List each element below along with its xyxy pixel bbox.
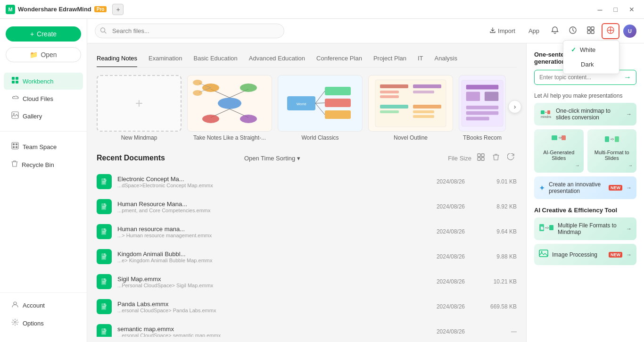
multi-arrow-icon: → [626, 225, 632, 232]
template-new-mindmap[interactable]: + New Mindmap [97, 75, 182, 141]
tab-conference-plan[interactable]: Conference Plan [316, 51, 362, 67]
open-button[interactable]: 📁 Open [6, 47, 81, 62]
tab-project-plan[interactable]: Project Plan [373, 51, 406, 67]
refresh-button[interactable] [505, 152, 517, 164]
new-tab-button[interactable]: + [112, 4, 124, 15]
doc-path-4: ...e> Kingdom Animali Bubble Map.emmx [117, 258, 418, 263]
ai-image-proc-card[interactable]: Image Processing NEW → [534, 244, 636, 265]
sidebar-cloud-label: Cloud Files [23, 95, 53, 102]
window-controls: – □ ✕ [594, 3, 638, 16]
maximize-button[interactable]: □ [610, 4, 621, 15]
svg-rect-55 [466, 92, 480, 101]
sidebar-item-cloud-files[interactable]: Cloud Files [4, 91, 83, 107]
doc-icon-4 [97, 249, 112, 264]
doc-path-3: ...> Human resource management.emmx [117, 233, 418, 238]
doc-date-3: 2024/08/26 [437, 228, 465, 235]
doc-item-4[interactable]: Kingdom Animali Bubbl... ...e> Kingdom A… [97, 244, 517, 269]
doc-item-7[interactable]: semantic map.emmx ...ersonal CloudSpace>… [97, 319, 517, 337]
doc-info-5: Sigil Map.emmx ...Personal CloudSpace> S… [117, 275, 418, 288]
close-button[interactable]: ✕ [625, 4, 638, 15]
grid-button[interactable] [584, 23, 598, 39]
theme-dropdown-container: ✓ White Dark [602, 23, 619, 39]
theme-white-option[interactable]: ✓ White [563, 42, 619, 57]
svg-rect-63 [481, 158, 484, 160]
doc-item-1[interactable]: Electronic Concept Ma... ...dSpace>Elect… [97, 169, 517, 194]
ai-multi-mindmap-card[interactable]: 📄 Multiple File Formats to Mindmap → [534, 217, 636, 240]
novel-outline-thumb [368, 75, 453, 132]
doc-icon-3 [97, 224, 112, 239]
sidebar-item-options[interactable]: Options [4, 315, 83, 332]
ai-multi-format-card[interactable]: Multi-Format to Slides → [587, 129, 637, 173]
cloud-icon [11, 94, 19, 103]
svg-rect-8 [16, 143, 17, 145]
doc-item-6[interactable]: Panda Labs.emmx ...ersonal CloudSpace> P… [97, 294, 517, 319]
doc-info-3: Human resource mana... ...> Human resour… [117, 225, 418, 238]
svg-rect-58 [466, 111, 499, 115]
avatar[interactable]: U [623, 25, 636, 38]
sort-label: Open Time Sorting [244, 155, 295, 162]
notification-button[interactable] [548, 23, 562, 39]
template-tbooks[interactable]: TBooks Recom [459, 75, 506, 141]
svg-text:mindmap→slides: mindmap→slides [541, 115, 551, 119]
theme-button[interactable] [602, 23, 619, 39]
import-button[interactable]: Import [485, 24, 520, 38]
minimize-button[interactable]: – [594, 3, 606, 16]
theme-white-label: White [580, 46, 595, 53]
ai-topic-input[interactable] [539, 74, 624, 81]
tab-it[interactable]: IT [418, 51, 423, 67]
svg-rect-60 [478, 154, 480, 157]
ai-generated-slides-card[interactable]: AI-Generated Slides → [534, 129, 584, 173]
create-arrow-icon: → [626, 184, 632, 191]
grid-view-button[interactable] [475, 152, 487, 164]
tab-reading-notes[interactable]: Reading Notes [97, 51, 137, 67]
svg-rect-45 [380, 95, 399, 98]
recycle-bin-icon [11, 160, 18, 169]
sidebar-item-workbench[interactable]: Workbench [4, 73, 83, 90]
delete-button[interactable] [490, 152, 502, 164]
top-bar: Import App [87, 19, 644, 43]
sidebar-item-team-space[interactable]: Team Space [4, 138, 83, 155]
doc-name-3: Human resource mana... [117, 225, 418, 233]
main-content: Reading Notes Examination Basic Educatio… [87, 43, 644, 342]
ai-card3-text: Multi-Format to Slides [591, 150, 633, 161]
search-icon [100, 27, 107, 35]
tab-examination[interactable]: Examination [149, 51, 182, 67]
template-take-notes[interactable]: Take Notes Like a Straight-... [187, 75, 272, 141]
doc-item-3[interactable]: Human resource mana... ...> Human resour… [97, 219, 517, 244]
sidebar-item-recycle-bin[interactable]: Recycle Bin [4, 156, 83, 173]
small-arrow-icon: → [575, 163, 580, 168]
options-icon [11, 318, 19, 328]
svg-rect-43 [380, 84, 408, 88]
create-button[interactable]: + Create [6, 26, 81, 42]
center-content: Reading Notes Examination Basic Educatio… [87, 43, 526, 342]
doc-info-1: Electronic Concept Ma... ...dSpace>Elect… [117, 175, 418, 188]
sidebar-item-account[interactable]: Account [4, 297, 83, 314]
svg-point-21 [218, 98, 241, 109]
templates-next-button[interactable]: › [508, 100, 521, 113]
app-button[interactable]: App [524, 25, 544, 37]
sidebar-item-workbench-label: Workbench [23, 78, 54, 85]
tab-advanced-education[interactable]: Advanced Education [249, 51, 305, 67]
sidebar-bottom: Account Options [0, 285, 87, 336]
doc-item-2[interactable]: Human Resource Mana... ...pment, and Cor… [97, 194, 517, 219]
ai-send-button[interactable]: → [624, 73, 631, 82]
tab-analysis[interactable]: Analysis [435, 51, 457, 67]
ai-card-slides[interactable]: mindmap→slides One-click mindmap to slid… [534, 103, 636, 125]
search-input[interactable] [95, 24, 284, 38]
doc-item-5[interactable]: Sigil Map.emmx ...Personal CloudSpace> S… [97, 269, 517, 294]
sort-button[interactable]: Open Time Sorting ▾ [240, 153, 304, 164]
team-space-icon [11, 142, 19, 151]
svg-point-12 [14, 321, 16, 323]
plus-icon: + [135, 96, 143, 111]
template-novel-outline[interactable]: Novel Outline [368, 75, 453, 141]
clock-button[interactable] [566, 23, 580, 39]
sparkle-icon: ✦ [539, 184, 545, 192]
svg-rect-90 [605, 136, 609, 142]
ai-create-card[interactable]: ✦ Create an innovative presentation NEW … [534, 176, 636, 199]
svg-point-11 [14, 302, 17, 305]
doc-size-7: — [484, 328, 517, 335]
template-world-classics[interactable]: World World Classics [278, 75, 363, 141]
sidebar-item-gallery[interactable]: Gallery [4, 108, 83, 125]
theme-dark-option[interactable]: Dark [563, 57, 619, 72]
tab-basic-education[interactable]: Basic Education [194, 51, 238, 67]
